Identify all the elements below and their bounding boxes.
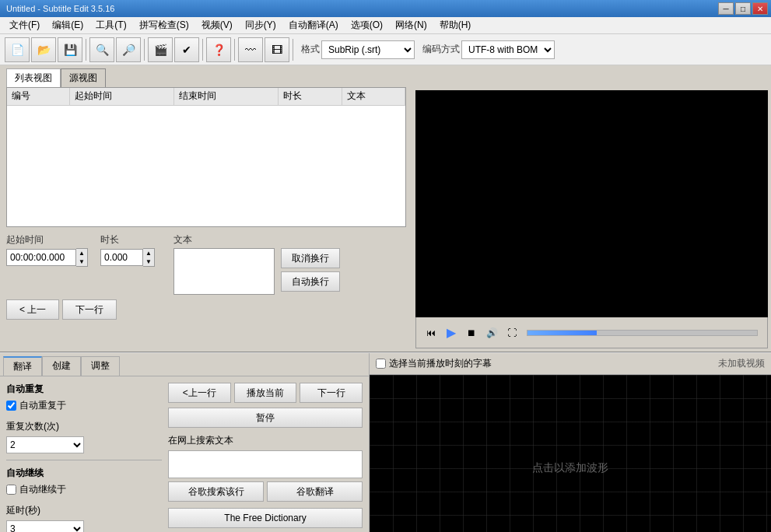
help-button[interactable]: ❓ (206, 37, 231, 62)
auto-repeat-checkbox[interactable] (6, 401, 16, 411)
play-current-btn[interactable]: 播放当前 (234, 383, 297, 403)
action-buttons: 取消换行 自动换行 (281, 248, 340, 295)
tab-create[interactable]: 创建 (42, 356, 81, 376)
start-time-down[interactable]: ▼ (76, 257, 87, 266)
auto-continue-checkbox[interactable] (6, 485, 16, 495)
cancel-line-break-btn[interactable]: 取消换行 (281, 248, 340, 268)
google-translate-btn[interactable]: 谷歌翻译 (267, 481, 363, 502)
repeat-count-select[interactable]: 2 3 5 (6, 436, 84, 453)
menu-bar: 文件(F) 编辑(E) 工具(T) 拼写检查(S) 视频(V) 同步(Y) 自动… (0, 17, 771, 34)
fullscreen-btn[interactable]: ⛶ (503, 324, 520, 341)
tab-translate[interactable]: 翻译 (3, 356, 42, 376)
new-button[interactable]: 📄 (5, 37, 30, 62)
editor-panel: 编号 起始时间 结束时间 时长 文本 起始时间 (0, 87, 412, 352)
google-search-btn[interactable]: 谷歌搜索该行 (168, 481, 264, 502)
tab-source-view[interactable]: 源视图 (61, 68, 106, 87)
col-number: 编号 (7, 88, 69, 105)
open-button[interactable]: 📂 (31, 37, 56, 62)
play-btn[interactable]: ▶ (443, 324, 460, 341)
format-select[interactable]: SubRip (.srt) (321, 40, 415, 59)
delay-select[interactable]: 3 5 (6, 520, 84, 532)
auto-repeat-check-label: 自动重复于 (19, 399, 66, 412)
save-button[interactable]: 💾 (58, 37, 82, 62)
volume-btn[interactable]: 🔊 (483, 324, 500, 341)
start-time-up[interactable]: ▲ (76, 249, 87, 257)
menu-spellcheck[interactable]: 拼写检查(S) (133, 17, 195, 33)
progress-fill (527, 331, 597, 335)
menu-network[interactable]: 网络(N) (389, 17, 433, 33)
film-button[interactable]: 🎞 (265, 37, 289, 62)
video-tool-button[interactable]: 🎬 (148, 37, 173, 62)
next-line-btn[interactable]: 下一行 (300, 383, 363, 403)
menu-video[interactable]: 视频(V) (195, 17, 239, 33)
top-section: 编号 起始时间 结束时间 时长 文本 起始时间 (0, 87, 771, 352)
view-tab-strip: 列表视图 源视图 (0, 65, 771, 87)
video-status: 未加载视频 (718, 357, 765, 370)
video-panel-top: ⏮ ▶ ⏹ 🔊 ⛶ (412, 87, 771, 352)
format-label: 格式 (301, 43, 320, 56)
video-screen-bottom[interactable]: 点击以添加波形 (370, 375, 771, 532)
add-shape-text: 点击以添加波形 (532, 461, 608, 475)
video-progress[interactable] (527, 330, 758, 336)
prev-btn[interactable]: < 上一 (6, 299, 59, 320)
menu-file[interactable]: 文件(F) (3, 17, 46, 33)
rewind-btn[interactable]: ⏮ (422, 324, 440, 341)
grid-overlay (370, 375, 771, 532)
maximize-button[interactable]: □ (735, 2, 751, 15)
menu-auto-translate[interactable]: 自动翻译(A) (282, 17, 345, 33)
free-dictionary-btn[interactable]: The Free Dictionary (168, 508, 363, 528)
video-screen-top[interactable] (415, 90, 768, 317)
translation-panel: 翻译 创建 调整 自动重复 自动重复于 重复次数(次) 2 3 (0, 353, 370, 532)
auto-repeat-check-row: 自动重复于 (6, 399, 162, 412)
bottom-section: 翻译 创建 调整 自动重复 自动重复于 重复次数(次) 2 3 (0, 353, 771, 532)
auto-line-break-btn[interactable]: 自动换行 (281, 271, 340, 292)
find-replace-button[interactable]: 🔎 (116, 37, 141, 62)
start-time-wrap: ▲ ▼ (6, 248, 88, 267)
prev-line-btn[interactable]: <上一行 (168, 383, 231, 403)
minimize-button[interactable]: ─ (718, 2, 734, 15)
nav-btn-row: < 上一 下一行 (6, 299, 406, 320)
waveform-button[interactable]: 〰 (238, 37, 263, 62)
tab-list-view[interactable]: 列表视图 (6, 68, 61, 87)
duration-input[interactable] (100, 249, 143, 266)
search-button[interactable]: 🔍 (89, 37, 114, 62)
auto-repeat-title: 自动重复 (6, 383, 162, 396)
panel-content: 自动重复 自动重复于 重复次数(次) 2 3 5 自动继续 (0, 376, 369, 532)
stop-btn[interactable]: ⏹ (463, 324, 480, 341)
menu-sync[interactable]: 同步(Y) (239, 17, 282, 33)
menu-help[interactable]: 帮助(H) (433, 17, 478, 33)
duration-spin: ▲ ▼ (143, 248, 155, 267)
toolbar-separator-5 (293, 39, 293, 61)
close-button[interactable]: ✕ (752, 2, 768, 15)
menu-tools[interactable]: 工具(T) (89, 17, 132, 33)
auto-continue-check-label: 自动继续于 (19, 483, 66, 496)
menu-options[interactable]: 选项(O) (345, 17, 389, 33)
trans-right: <上一行 播放当前 下一行 暂停 在网上搜索文本 谷歌搜索该行 谷歌翻译 The… (168, 383, 363, 532)
col-start: 起始时间 (69, 88, 173, 105)
subtitle-text-input[interactable] (173, 248, 275, 295)
toolbar-separator-3 (202, 39, 203, 61)
tab-adjust[interactable]: 调整 (81, 356, 120, 376)
subtitle-select-checkbox[interactable] (376, 359, 386, 369)
col-text: 文本 (342, 88, 405, 105)
encoding-label: 编码方式 (422, 43, 460, 56)
auto-continue-check-row: 自动继续于 (6, 483, 162, 496)
window-controls: ─ □ ✕ (718, 2, 768, 15)
encoding-select[interactable]: UTF-8 with BOM (461, 40, 555, 59)
title-bar: Untitled - Subtitle Edit 3.5.16 ─ □ ✕ (0, 0, 771, 17)
search-textarea[interactable] (168, 450, 363, 478)
next-btn[interactable]: 下一行 (62, 299, 117, 320)
start-time-input[interactable] (6, 249, 76, 266)
menu-edit[interactable]: 编辑(E) (46, 17, 89, 33)
video-panel-bottom: 选择当前播放时刻的字幕 未加载视频 点击以添加波形 🔍 100% 🔍 ▶ ⊞ ↔ (370, 353, 771, 532)
playback-btn-row: <上一行 播放当前 下一行 (168, 383, 363, 403)
text-group: 文本 取消换行 自动换行 (173, 233, 340, 295)
col-end: 结束时间 (173, 88, 278, 105)
duration-up[interactable]: ▲ (143, 249, 154, 257)
pause-btn[interactable]: 暂停 (168, 408, 363, 428)
start-time-spin: ▲ ▼ (76, 248, 88, 267)
toolbar-separator-1 (86, 39, 86, 61)
web-search-btn-row: 谷歌搜索该行 谷歌翻译 (168, 481, 363, 502)
duration-down[interactable]: ▼ (143, 257, 154, 266)
check-button[interactable]: ✔ (174, 37, 199, 62)
